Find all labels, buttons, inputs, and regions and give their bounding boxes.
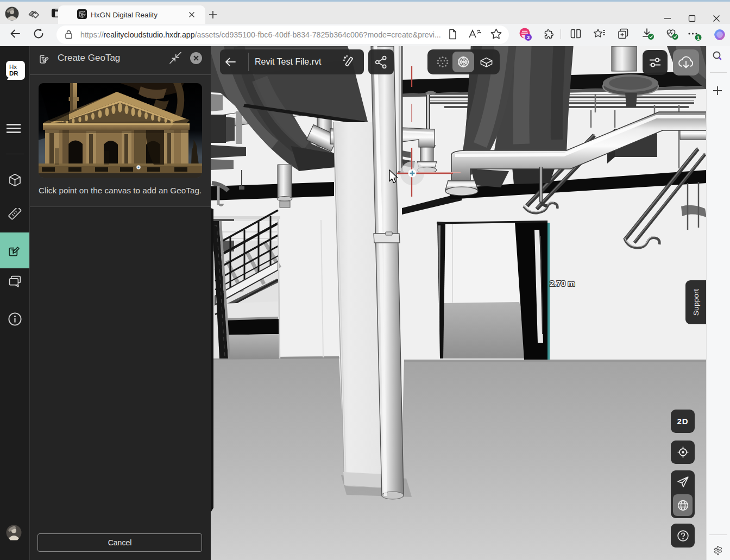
svg-text:3: 3 [527, 35, 530, 40]
svg-text:Hx: Hx [9, 64, 17, 70]
svg-text:DR: DR [9, 70, 18, 77]
svg-text:1: 1 [697, 35, 700, 41]
